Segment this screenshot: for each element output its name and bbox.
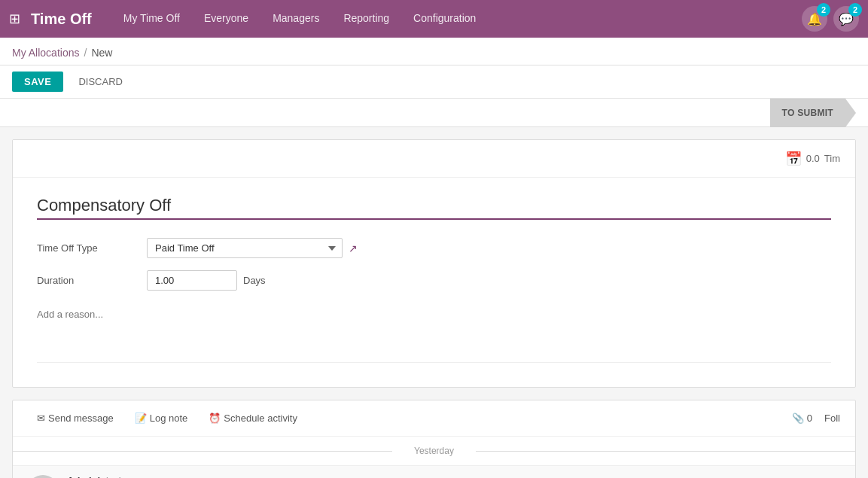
chatter: ✉ Send message 📝 Log note ⏰ Schedule act… <box>12 400 856 478</box>
calendar-icon: 📅 <box>785 151 802 167</box>
time-off-type-row: Time Off Type Paid Time Off ↗ <box>37 238 831 258</box>
status-to-submit[interactable]: TO SUBMIT <box>770 99 845 127</box>
top-navigation: ⊞ Time Off My Time Off Everyone Managers… <box>0 0 868 38</box>
clock-icon: ⏰ <box>209 413 221 424</box>
duration-unit: Days <box>243 275 266 286</box>
chatter-date-divider: Yesterday <box>13 437 855 465</box>
message-icon: ✉ <box>37 413 45 424</box>
breadcrumb-current: New <box>91 47 112 59</box>
nav-my-time-off[interactable]: My Time Off <box>113 0 190 38</box>
reason-divider <box>37 362 831 363</box>
send-message-button[interactable]: ✉ Send message <box>28 408 123 428</box>
time-off-type-field: Paid Time Off ↗ <box>147 238 831 258</box>
schedule-activity-button[interactable]: ⏰ Schedule activity <box>199 408 306 428</box>
header-unit: Tim <box>824 153 840 164</box>
chat-button[interactable]: 💬 2 <box>833 6 859 32</box>
breadcrumb-parent[interactable]: My Allocations <box>12 47 79 59</box>
grid-icon[interactable]: ⊞ <box>9 11 20 27</box>
header-value: 0.0 <box>806 153 820 164</box>
duration-field: Days <box>147 270 831 291</box>
form-body: Time Off Type Paid Time Off ↗ Duration D… <box>13 178 855 387</box>
form-card: 📅 0.0 Tim Time Off Type Paid Time Off ↗ … <box>12 139 856 388</box>
duration-input[interactable] <box>147 270 237 291</box>
breadcrumb: My Allocations / New <box>0 38 868 65</box>
breadcrumb-separator: / <box>84 47 87 59</box>
chatter-right-actions: 📎 0 Foll <box>792 413 840 424</box>
chatter-message: 👤 Administrator · 3 hours ago Creating a… <box>13 465 855 478</box>
nav-reporting[interactable]: Reporting <box>333 0 400 38</box>
attachment-count[interactable]: 📎 0 <box>792 413 812 424</box>
nav-links: My Time Off Everyone Managers Reporting … <box>113 0 802 38</box>
form-header: 📅 0.0 Tim <box>13 140 855 178</box>
time-off-type-label: Time Off Type <box>37 242 135 254</box>
follow-button[interactable]: Foll <box>824 413 840 424</box>
discard-button[interactable]: DISCARD <box>69 72 132 92</box>
status-bar: TO SUBMIT <box>0 99 868 127</box>
main-content: 📅 0.0 Tim Time Off Type Paid Time Off ↗ … <box>0 127 868 478</box>
paperclip-icon: 📎 <box>792 413 804 424</box>
topnav-icons: 🔔 2 💬 2 <box>802 6 859 32</box>
message-author-row: Administrator · 3 hours ago <box>67 475 840 478</box>
reason-input[interactable] <box>37 309 831 354</box>
form-header-stats: 📅 0.0 Tim <box>785 151 840 167</box>
nav-configuration[interactable]: Configuration <box>403 0 486 38</box>
app-title: Time Off <box>31 11 92 28</box>
notification-button[interactable]: 🔔 2 <box>802 6 827 32</box>
message-content: Administrator · 3 hours ago Creating a n… <box>67 475 840 478</box>
avatar: 👤 <box>28 475 58 478</box>
chatter-actions: ✉ Send message 📝 Log note ⏰ Schedule act… <box>13 400 855 437</box>
action-bar: SAVE DISCARD <box>0 65 868 99</box>
time-off-type-select[interactable]: Paid Time Off <box>147 238 343 258</box>
nav-managers[interactable]: Managers <box>262 0 330 38</box>
duration-row: Duration Days <box>37 270 831 291</box>
notification-badge: 2 <box>817 3 830 17</box>
log-note-button[interactable]: 📝 Log note <box>126 408 197 428</box>
message-author: Administrator <box>67 475 131 478</box>
form-title-input[interactable] <box>37 196 831 220</box>
nav-everyone[interactable]: Everyone <box>193 0 259 38</box>
external-link-icon[interactable]: ↗ <box>349 242 358 254</box>
save-button[interactable]: SAVE <box>12 72 63 92</box>
chat-badge: 2 <box>848 3 862 17</box>
duration-label: Duration <box>37 275 135 286</box>
note-icon: 📝 <box>135 413 147 424</box>
status-arrow <box>845 99 856 127</box>
